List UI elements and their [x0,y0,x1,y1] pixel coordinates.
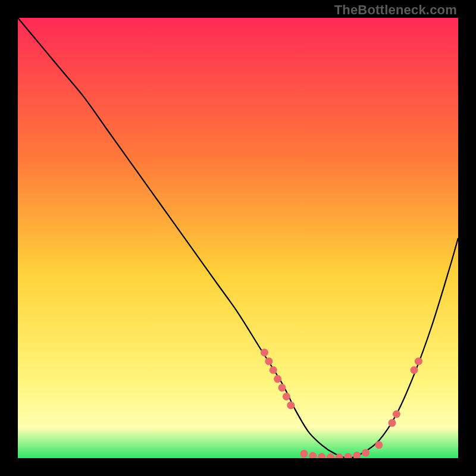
data-dot [411,367,418,374]
data-dot [345,453,352,458]
data-dot [353,452,361,458]
watermark-text: TheBottleneck.com [334,2,457,18]
data-dot [393,411,400,418]
data-dot [278,384,286,392]
data-dot [261,349,268,356]
data-dot [283,393,290,400]
data-dot [415,358,422,365]
data-dot [274,375,281,383]
data-dot [270,367,277,374]
data-dot [265,358,273,365]
data-dot [300,450,308,458]
data-dot [375,441,383,449]
bottleneck-curve [18,18,458,458]
chart-frame [18,18,458,458]
data-dot [362,449,369,457]
data-dot [389,419,396,427]
data-dot [327,453,334,458]
data-dot [287,402,295,409]
data-dot [318,453,325,458]
data-dot [309,452,317,458]
